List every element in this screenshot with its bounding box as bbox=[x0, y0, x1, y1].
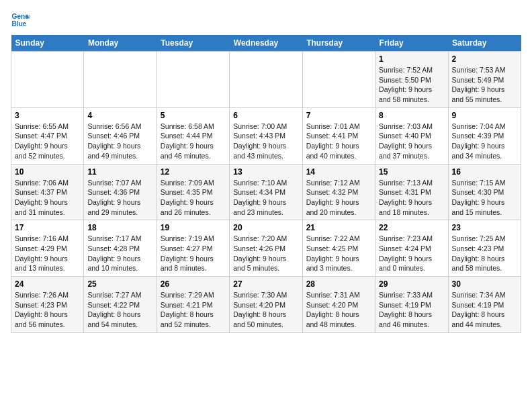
day-info: Sunrise: 7:22 AM Sunset: 4:25 PM Dayligh… bbox=[306, 234, 371, 273]
day-info: Sunrise: 7:27 AM Sunset: 4:22 PM Dayligh… bbox=[87, 290, 152, 330]
day-info: Sunrise: 7:31 AM Sunset: 4:20 PM Dayligh… bbox=[306, 290, 371, 330]
calendar-header-row: SundayMondayTuesdayWednesdayThursdayFrid… bbox=[11, 35, 521, 52]
day-number: 27 bbox=[233, 279, 298, 289]
calendar-week-1: 1Sunrise: 7:52 AM Sunset: 5:50 PM Daylig… bbox=[11, 52, 521, 108]
day-number: 10 bbox=[15, 167, 80, 177]
calendar-day bbox=[302, 52, 375, 108]
day-info: Sunrise: 7:10 AM Sunset: 4:34 PM Dayligh… bbox=[233, 178, 298, 218]
calendar-day: 5Sunrise: 6:58 AM Sunset: 4:44 PM Daylig… bbox=[157, 107, 229, 164]
day-info: Sunrise: 7:26 AM Sunset: 4:23 PM Dayligh… bbox=[15, 290, 80, 330]
calendar-day: 29Sunrise: 7:33 AM Sunset: 4:19 PM Dayli… bbox=[375, 277, 448, 333]
calendar-day: 9Sunrise: 7:04 AM Sunset: 4:39 PM Daylig… bbox=[448, 107, 521, 164]
day-number: 6 bbox=[233, 111, 298, 120]
calendar-day: 19Sunrise: 7:19 AM Sunset: 4:27 PM Dayli… bbox=[157, 220, 229, 277]
calendar-week-4: 17Sunrise: 7:16 AM Sunset: 4:29 PM Dayli… bbox=[11, 220, 521, 277]
day-number: 19 bbox=[161, 223, 226, 232]
day-info: Sunrise: 6:56 AM Sunset: 4:46 PM Dayligh… bbox=[87, 122, 152, 161]
day-info: Sunrise: 7:23 AM Sunset: 4:24 PM Dayligh… bbox=[379, 234, 444, 273]
logo-icon: General Blue bbox=[11, 11, 30, 30]
calendar-day: 2Sunrise: 7:53 AM Sunset: 5:49 PM Daylig… bbox=[448, 52, 521, 108]
calendar-day: 24Sunrise: 7:26 AM Sunset: 4:23 PM Dayli… bbox=[11, 277, 84, 333]
calendar-day: 6Sunrise: 7:00 AM Sunset: 4:43 PM Daylig… bbox=[230, 107, 302, 164]
calendar-day: 11Sunrise: 7:07 AM Sunset: 4:36 PM Dayli… bbox=[84, 164, 157, 220]
day-number: 18 bbox=[87, 223, 152, 232]
day-number: 29 bbox=[379, 279, 444, 289]
day-info: Sunrise: 7:12 AM Sunset: 4:32 PM Dayligh… bbox=[306, 178, 371, 218]
calendar-table: SundayMondayTuesdayWednesdayThursdayFrid… bbox=[11, 35, 521, 333]
day-info: Sunrise: 7:03 AM Sunset: 4:40 PM Dayligh… bbox=[379, 122, 444, 161]
day-number: 2 bbox=[452, 54, 517, 64]
calendar-day bbox=[84, 52, 157, 108]
calendar-day: 3Sunrise: 6:55 AM Sunset: 4:47 PM Daylig… bbox=[11, 107, 84, 164]
day-info: Sunrise: 7:01 AM Sunset: 4:41 PM Dayligh… bbox=[306, 122, 371, 161]
day-info: Sunrise: 7:00 AM Sunset: 4:43 PM Dayligh… bbox=[233, 122, 298, 161]
day-info: Sunrise: 7:19 AM Sunset: 4:27 PM Dayligh… bbox=[161, 234, 226, 273]
day-info: Sunrise: 7:17 AM Sunset: 4:28 PM Dayligh… bbox=[87, 234, 152, 273]
day-number: 5 bbox=[161, 111, 226, 120]
calendar-day: 17Sunrise: 7:16 AM Sunset: 4:29 PM Dayli… bbox=[11, 220, 84, 277]
weekday-header-saturday: Saturday bbox=[448, 35, 521, 52]
calendar-day: 27Sunrise: 7:30 AM Sunset: 4:20 PM Dayli… bbox=[230, 277, 302, 333]
weekday-header-thursday: Thursday bbox=[302, 35, 375, 52]
day-number: 28 bbox=[306, 279, 371, 289]
weekday-header-wednesday: Wednesday bbox=[230, 35, 302, 52]
day-number: 21 bbox=[306, 223, 371, 232]
calendar-week-5: 24Sunrise: 7:26 AM Sunset: 4:23 PM Dayli… bbox=[11, 277, 521, 333]
calendar-day: 10Sunrise: 7:06 AM Sunset: 4:37 PM Dayli… bbox=[11, 164, 84, 220]
day-info: Sunrise: 7:30 AM Sunset: 4:20 PM Dayligh… bbox=[233, 290, 298, 330]
day-number: 9 bbox=[452, 111, 517, 120]
day-info: Sunrise: 7:53 AM Sunset: 5:49 PM Dayligh… bbox=[452, 65, 517, 105]
calendar-day bbox=[157, 52, 229, 108]
logo: General Blue bbox=[11, 11, 30, 30]
calendar-day: 18Sunrise: 7:17 AM Sunset: 4:28 PM Dayli… bbox=[84, 220, 157, 277]
day-info: Sunrise: 7:13 AM Sunset: 4:31 PM Dayligh… bbox=[379, 178, 444, 218]
day-number: 26 bbox=[161, 279, 226, 289]
calendar-day: 15Sunrise: 7:13 AM Sunset: 4:31 PM Dayli… bbox=[375, 164, 448, 220]
day-info: Sunrise: 7:15 AM Sunset: 4:30 PM Dayligh… bbox=[452, 178, 517, 218]
day-number: 8 bbox=[379, 111, 444, 120]
calendar-day: 14Sunrise: 7:12 AM Sunset: 4:32 PM Dayli… bbox=[302, 164, 375, 220]
day-info: Sunrise: 7:16 AM Sunset: 4:29 PM Dayligh… bbox=[15, 234, 80, 273]
day-number: 14 bbox=[306, 167, 371, 177]
day-number: 24 bbox=[15, 279, 80, 289]
day-info: Sunrise: 7:07 AM Sunset: 4:36 PM Dayligh… bbox=[87, 178, 152, 218]
calendar-day: 26Sunrise: 7:29 AM Sunset: 4:21 PM Dayli… bbox=[157, 277, 229, 333]
calendar-day: 20Sunrise: 7:20 AM Sunset: 4:26 PM Dayli… bbox=[230, 220, 302, 277]
day-info: Sunrise: 7:34 AM Sunset: 4:19 PM Dayligh… bbox=[452, 290, 517, 330]
day-number: 4 bbox=[87, 111, 152, 120]
calendar-day: 16Sunrise: 7:15 AM Sunset: 4:30 PM Dayli… bbox=[448, 164, 521, 220]
weekday-header-monday: Monday bbox=[84, 35, 157, 52]
day-number: 1 bbox=[379, 54, 444, 64]
day-info: Sunrise: 6:55 AM Sunset: 4:47 PM Dayligh… bbox=[15, 122, 80, 161]
day-number: 3 bbox=[15, 111, 80, 120]
calendar-day: 8Sunrise: 7:03 AM Sunset: 4:40 PM Daylig… bbox=[375, 107, 448, 164]
day-info: Sunrise: 7:52 AM Sunset: 5:50 PM Dayligh… bbox=[379, 65, 444, 105]
page-header: General Blue bbox=[11, 11, 521, 30]
calendar-day: 23Sunrise: 7:25 AM Sunset: 4:23 PM Dayli… bbox=[448, 220, 521, 277]
weekday-header-sunday: Sunday bbox=[11, 35, 84, 52]
calendar-day bbox=[11, 52, 84, 108]
calendar-day: 13Sunrise: 7:10 AM Sunset: 4:34 PM Dayli… bbox=[230, 164, 302, 220]
day-info: Sunrise: 7:25 AM Sunset: 4:23 PM Dayligh… bbox=[452, 234, 517, 273]
calendar-week-3: 10Sunrise: 7:06 AM Sunset: 4:37 PM Dayli… bbox=[11, 164, 521, 220]
calendar-day: 30Sunrise: 7:34 AM Sunset: 4:19 PM Dayli… bbox=[448, 277, 521, 333]
calendar-day: 25Sunrise: 7:27 AM Sunset: 4:22 PM Dayli… bbox=[84, 277, 157, 333]
day-number: 17 bbox=[15, 223, 80, 232]
day-info: Sunrise: 6:58 AM Sunset: 4:44 PM Dayligh… bbox=[161, 122, 226, 161]
day-number: 12 bbox=[161, 167, 226, 177]
calendar-day: 1Sunrise: 7:52 AM Sunset: 5:50 PM Daylig… bbox=[375, 52, 448, 108]
day-info: Sunrise: 7:33 AM Sunset: 4:19 PM Dayligh… bbox=[379, 290, 444, 330]
day-number: 13 bbox=[233, 167, 298, 177]
day-number: 23 bbox=[452, 223, 517, 232]
day-info: Sunrise: 7:06 AM Sunset: 4:37 PM Dayligh… bbox=[15, 178, 80, 218]
day-number: 30 bbox=[452, 279, 517, 289]
calendar-day: 7Sunrise: 7:01 AM Sunset: 4:41 PM Daylig… bbox=[302, 107, 375, 164]
day-info: Sunrise: 7:29 AM Sunset: 4:21 PM Dayligh… bbox=[161, 290, 226, 330]
calendar-day: 21Sunrise: 7:22 AM Sunset: 4:25 PM Dayli… bbox=[302, 220, 375, 277]
day-number: 20 bbox=[233, 223, 298, 232]
svg-text:Blue: Blue bbox=[12, 20, 27, 28]
weekday-header-friday: Friday bbox=[375, 35, 448, 52]
calendar-day: 22Sunrise: 7:23 AM Sunset: 4:24 PM Dayli… bbox=[375, 220, 448, 277]
calendar-week-2: 3Sunrise: 6:55 AM Sunset: 4:47 PM Daylig… bbox=[11, 107, 521, 164]
weekday-header-tuesday: Tuesday bbox=[157, 35, 229, 52]
